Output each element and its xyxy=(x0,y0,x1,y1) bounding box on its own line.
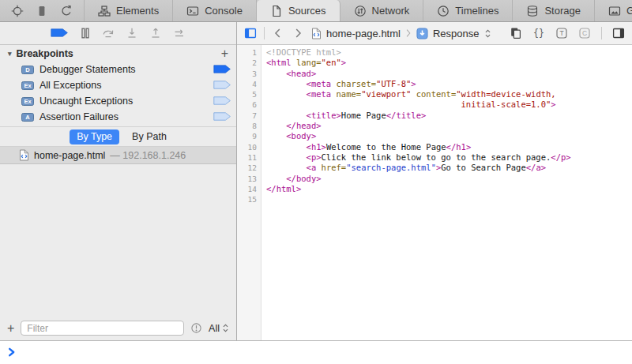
filter-input[interactable] xyxy=(21,321,184,336)
sidebar-filter-bar: + All xyxy=(0,316,236,340)
step-out-icon[interactable] xyxy=(149,27,162,39)
tab-label: Timelines xyxy=(455,5,498,17)
element-picker-icon[interactable] xyxy=(11,5,24,17)
line-number: 6 xyxy=(237,99,257,110)
resource-scope-select[interactable]: All xyxy=(209,323,229,334)
breakpoint-label: All Exceptions xyxy=(40,80,102,91)
breadcrumb-separator-icon xyxy=(405,28,412,39)
reload-icon[interactable] xyxy=(60,5,73,17)
svg-text:T: T xyxy=(559,29,563,37)
tab-sources[interactable]: Sources xyxy=(257,0,340,21)
updown-chevrons-icon xyxy=(222,323,229,333)
code-line: <meta name="viewport" content="width=dev… xyxy=(266,89,632,99)
nav-forward-icon[interactable] xyxy=(292,27,304,39)
network-tab-icon xyxy=(354,5,367,17)
html-file-icon xyxy=(19,149,29,161)
web-inspector-window: ElementsConsoleSourcesNetworkTimelinesSt… xyxy=(0,0,632,364)
line-number: 7 xyxy=(237,111,257,121)
breakpoint-on-icon[interactable] xyxy=(213,65,231,74)
graphics-tab-icon xyxy=(608,5,621,17)
timelines-tab-icon xyxy=(437,5,450,17)
step-next-icon[interactable] xyxy=(173,27,186,39)
code-line: <h1>Welcome to the Home Page</h1> xyxy=(266,142,632,152)
disclosure-triangle-icon[interactable]: ▾ xyxy=(8,50,12,58)
tab-label: Storage xyxy=(544,5,581,17)
pretty-print-icon[interactable]: {} xyxy=(532,27,545,39)
step-into-icon[interactable] xyxy=(126,27,138,39)
line-number-gutter: 123456789101112131415 xyxy=(237,45,261,340)
tab-network[interactable]: Network xyxy=(340,0,424,21)
tab-timelines[interactable]: Timelines xyxy=(423,0,513,21)
tab-strip: ElementsConsoleSourcesNetworkTimelinesSt… xyxy=(84,0,632,21)
create-resource-button[interactable]: + xyxy=(7,322,14,335)
breadcrumb: home-page.html Response xyxy=(311,28,491,39)
tab-label: Network xyxy=(372,5,410,17)
debugger-toolbar xyxy=(0,22,236,45)
code-line: <body> xyxy=(266,131,632,141)
source-code-editor[interactable]: 123456789101112131415 <!DOCTYPE html><ht… xyxy=(237,45,632,340)
code-line: <meta charset="UTF-8"> xyxy=(266,79,632,89)
sidebar-right-toggle-icon[interactable] xyxy=(612,27,625,39)
tab-elements[interactable]: Elements xyxy=(85,0,173,21)
code-line: <head> xyxy=(266,69,632,79)
tab-storage[interactable]: Storage xyxy=(513,0,595,21)
type-profiler-icon[interactable]: T xyxy=(555,27,568,39)
breakpoint-item[interactable]: ExUncaught Exceptions xyxy=(0,93,236,109)
breakpoint-off-icon[interactable] xyxy=(213,96,231,106)
breakpoint-type-badge: Ex xyxy=(21,97,34,106)
code-coverage-icon[interactable]: C xyxy=(578,27,591,39)
code-line: <p>Click the link below to go to the sea… xyxy=(266,152,632,163)
scope-bar: By Type By Path xyxy=(0,126,236,147)
quick-console-input[interactable] xyxy=(0,341,632,363)
resource-item-home-page[interactable]: home-page.html — 192.168.1.246 xyxy=(0,147,236,164)
code-area[interactable]: <!DOCTYPE html><html lang="en"> <head> <… xyxy=(261,45,632,340)
line-number: 9 xyxy=(237,131,257,141)
code-line: <html lang="en"> xyxy=(266,58,632,68)
line-number: 4 xyxy=(237,79,257,89)
breakpoint-type-badge: D xyxy=(21,66,34,74)
scope-by-path-button[interactable]: By Path xyxy=(132,131,167,142)
filter-options-icon[interactable] xyxy=(190,322,202,334)
breakpoints-toggle-icon[interactable] xyxy=(51,28,69,38)
resource-name: home-page.html xyxy=(34,150,105,161)
elements-tab-icon xyxy=(98,5,111,17)
device-settings-icon[interactable] xyxy=(36,5,48,17)
breakpoints-list: DDebugger StatementsExAll ExceptionsExUn… xyxy=(0,62,236,125)
content-navigation-bar: home-page.html Response {} T C xyxy=(237,22,632,45)
breakpoint-label: Debugger Statements xyxy=(40,64,136,75)
code-line xyxy=(266,194,632,205)
line-number: 5 xyxy=(237,89,257,99)
html-file-icon-2 xyxy=(311,28,322,39)
breakpoint-item[interactable]: ExAll Exceptions xyxy=(0,77,236,93)
copy-icon[interactable] xyxy=(510,27,522,39)
sidebar-left-toggle-icon[interactable] xyxy=(244,27,257,39)
content-pane: home-page.html Response {} T C 123456789… xyxy=(237,22,632,340)
breakpoint-item[interactable]: DDebugger Statements xyxy=(0,62,236,77)
line-number: 13 xyxy=(237,174,257,184)
add-breakpoint-button[interactable]: + xyxy=(221,47,228,60)
breadcrumb-file-name[interactable]: home-page.html xyxy=(326,28,401,39)
line-number: 12 xyxy=(237,163,257,173)
tab-label: Elements xyxy=(116,5,159,17)
code-line: <a href="search-page.html">Go to Search … xyxy=(266,163,632,173)
breakpoint-type-badge: A xyxy=(21,113,34,122)
tab-label: Sources xyxy=(288,5,326,17)
scope-by-type-button[interactable]: By Type xyxy=(70,129,119,144)
code-line: initial-scale=1.0"> xyxy=(266,99,632,110)
nav-back-icon[interactable] xyxy=(272,27,284,39)
tab-graphics[interactable]: Graphics xyxy=(595,0,632,21)
tab-label: Graphics xyxy=(626,5,632,17)
line-number: 2 xyxy=(237,58,257,68)
resource-view-label[interactable]: Response xyxy=(433,28,480,39)
tab-console[interactable]: Console xyxy=(173,0,257,21)
pause-icon[interactable] xyxy=(80,27,91,39)
console-prompt-icon xyxy=(7,347,17,357)
sidebar-empty-space xyxy=(0,164,236,316)
breakpoint-off-icon[interactable] xyxy=(213,112,231,122)
breakpoint-off-icon[interactable] xyxy=(213,81,231,90)
updown-chevrons-icon-2[interactable] xyxy=(484,28,491,39)
line-number: 3 xyxy=(237,69,257,79)
code-line: </body> xyxy=(266,174,632,184)
step-over-icon[interactable] xyxy=(102,27,115,39)
breakpoint-item[interactable]: AAssertion Failures xyxy=(0,109,236,125)
